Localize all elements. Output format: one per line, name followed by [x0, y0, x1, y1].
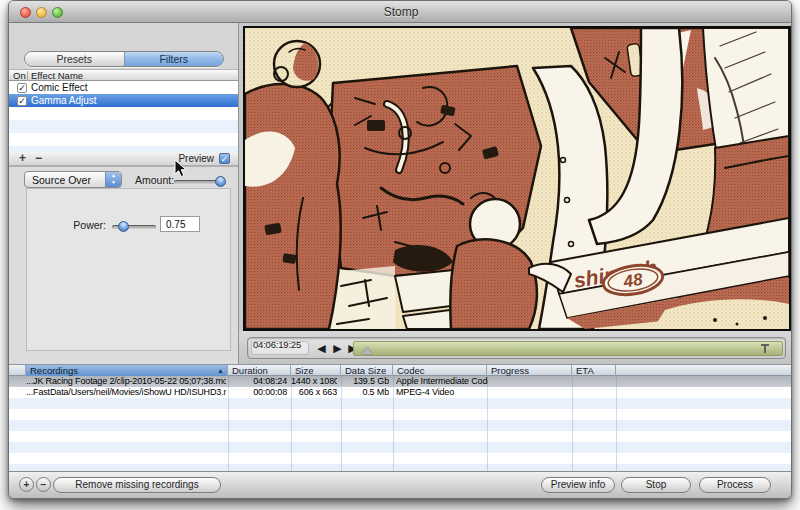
recording-progress — [487, 376, 572, 387]
recordings-empty-rows — [9, 398, 792, 471]
recordings-column-datasize[interactable]: Data Size — [341, 365, 393, 376]
power-value-field[interactable] — [160, 216, 200, 232]
effect-controls-area: Source Over ▲ ▼ Amount: Power: — [9, 166, 238, 386]
recordings-column-size[interactable]: Size — [291, 365, 341, 376]
timeline-strip: 04:06:19:25 ◀ ▶ ▶| — [239, 331, 792, 364]
empty-row — [9, 107, 238, 120]
recording-size: 606 x 663 — [291, 387, 337, 398]
checkbox-checked-icon[interactable]: ✓ — [17, 96, 27, 106]
video-preview: oox.c shinywh 48 — [243, 26, 791, 331]
process-button[interactable]: Process — [699, 477, 771, 493]
play-icon[interactable]: ▶ — [330, 341, 344, 355]
recordings-column-eta[interactable]: ETA — [572, 365, 616, 376]
grid-divider — [341, 376, 342, 471]
preview-info-button[interactable]: Preview info — [541, 477, 615, 493]
recordings-column-name[interactable]: Recordings ▲ — [26, 365, 228, 376]
preview-checkbox[interactable]: ✓ — [219, 153, 230, 164]
tab-presets[interactable]: Presets — [25, 52, 124, 66]
screen: Stomp Presets Filters On Effect Name ✓ C… — [0, 0, 800, 510]
grid-divider — [616, 376, 617, 471]
recording-name: ...FastData/Users/neil/Movies/iShowU HD/… — [26, 387, 226, 398]
effect-name: Comic Effect — [31, 81, 88, 94]
comic-effect-preview-image: oox.c shinywh 48 — [245, 28, 789, 329]
stop-button[interactable]: Stop — [621, 477, 691, 493]
recording-eta — [572, 376, 616, 387]
recording-duration: 00:00:08 — [228, 387, 287, 398]
remove-missing-button[interactable]: Remove missing recordings — [53, 477, 221, 493]
recording-codec: MPEG-4 Video — [396, 387, 488, 398]
app-window: Stomp Presets Filters On Effect Name ✓ C… — [8, 0, 792, 499]
grid-divider — [393, 376, 394, 471]
car-number-text: 48 — [621, 270, 644, 292]
timeline-scrubber[interactable] — [353, 341, 783, 356]
recordings-column-duration[interactable]: Duration — [228, 365, 291, 376]
mouse-cursor — [174, 159, 187, 178]
playhead-icon[interactable] — [362, 347, 372, 354]
recordings-column-filler — [616, 365, 792, 376]
step-back-icon[interactable]: ◀ — [314, 341, 328, 355]
recording-datasize: 139.5 Gb — [341, 376, 389, 387]
recording-size: 1440 x 1080 — [291, 376, 337, 387]
effects-table-header: On Effect Name — [9, 69, 238, 81]
recording-datasize: 0.5 Mb — [341, 387, 389, 398]
effect-row-comic[interactable]: ✓ Comic Effect — [9, 81, 238, 94]
timeline-bar: 04:06:19:25 ◀ ▶ ▶| — [247, 337, 786, 359]
effects-column-on: On — [13, 70, 26, 81]
recording-codec: Apple Intermediate Codec — [396, 376, 488, 387]
power-label: Power: — [59, 219, 106, 231]
column-divider — [27, 71, 28, 81]
filters-panel: Presets Filters On Effect Name ✓ Comic E… — [9, 23, 238, 364]
recording-duration: 04:08:24 — [228, 376, 287, 387]
effect-row-gamma[interactable]: ✓ Gamma Adjust — [9, 94, 238, 107]
bottom-toolbar: + − Remove missing recordings Preview in… — [9, 471, 792, 499]
grid-divider — [572, 376, 573, 471]
recordings-table-header: Recordings ▲ Duration Size Data Size Cod… — [9, 364, 792, 376]
effect-name: Gamma Adjust — [31, 94, 97, 107]
grid-divider — [291, 376, 292, 471]
presets-filters-segmented-control: Presets Filters — [24, 51, 224, 67]
remove-recording-button[interactable]: − — [36, 477, 51, 492]
remove-effect-button[interactable]: − — [35, 152, 42, 165]
effects-footer: + − Preview ✓ — [9, 152, 238, 166]
titlebar[interactable]: Stomp — [9, 1, 792, 23]
sort-ascending-icon: ▲ — [217, 365, 224, 376]
checkbox-checked-icon[interactable]: ✓ — [17, 83, 27, 93]
popup-down-icon: ▼ — [106, 179, 121, 186]
empty-row — [9, 120, 238, 133]
amount-slider-thumb[interactable] — [215, 176, 226, 187]
recording-row[interactable]: ...JK Racing Footage 2/clip-2010-05-22 0… — [9, 376, 792, 387]
effects-column-name: Effect Name — [31, 70, 83, 81]
recordings-column-progress[interactable]: Progress — [487, 365, 572, 376]
recordings-column-codec[interactable]: Codec — [393, 365, 487, 376]
window-title: Stomp — [9, 5, 792, 19]
effect-parameters-box: Power: — [26, 188, 231, 351]
amount-label: Amount: — [135, 174, 174, 186]
popup-arrows-icon: ▲ ▼ — [105, 172, 121, 187]
recording-name: ...JK Racing Footage 2/clip-2010-05-22 0… — [26, 376, 226, 387]
add-recording-button[interactable]: + — [19, 477, 34, 492]
column-label: Recordings — [30, 365, 78, 376]
timeline-marker-icon[interactable] — [761, 344, 769, 353]
empty-row — [9, 133, 238, 146]
tab-filters[interactable]: Filters — [124, 52, 224, 66]
recording-row[interactable]: ...FastData/Users/neil/Movies/iShowU HD/… — [9, 387, 792, 398]
timecode: 04:06:19:25 — [253, 339, 301, 350]
grid-divider — [487, 376, 488, 471]
recording-eta — [572, 387, 616, 398]
recording-progress — [487, 387, 572, 398]
blend-mode-popup[interactable]: Source Over ▲ ▼ — [24, 171, 122, 188]
recordings-column-blank[interactable] — [9, 365, 26, 376]
add-effect-button[interactable]: + — [19, 152, 26, 165]
blend-mode-value: Source Over — [32, 174, 91, 186]
power-slider-thumb[interactable] — [118, 221, 129, 232]
grid-divider — [228, 376, 229, 471]
